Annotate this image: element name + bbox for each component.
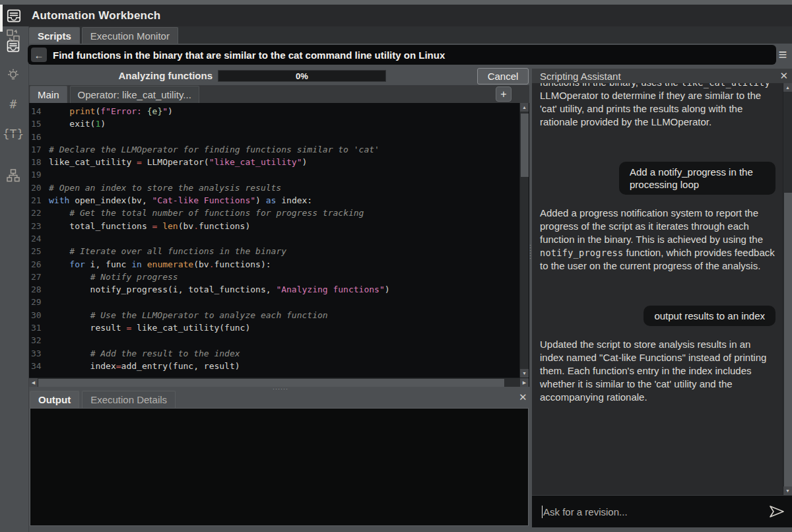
send-icon[interactable] [768,504,785,519]
chat-input-bar [532,495,792,527]
line-number: 14 [29,105,44,117]
code-text: # Declare the LLMOperator for finding fu… [44,143,380,156]
hash-icon[interactable]: # [4,94,22,113]
line-number: 25 [29,245,44,257]
code-line: 15 exit(1) [29,117,519,130]
code-area[interactable]: 14 print(f"Error: {e}")15 exit(1)1617# D… [29,103,519,378]
prompt-bar[interactable]: ← Find functions in the binary that are … [28,45,776,65]
code-text: like_cat_utility = LLMOperator("like_cat… [44,156,307,168]
scroll-down-button[interactable]: ▼ [520,369,529,378]
code-line: 20# Open an index to store the analysis … [29,182,519,194]
back-arrow-icon[interactable]: ← [31,48,47,62]
window-top-strip [0,0,792,5]
line-number: 32 [29,334,44,347]
tab-output[interactable]: Output [30,391,79,408]
hamburger-menu-icon[interactable]: ≡ [776,47,790,63]
swap-boxes-icon[interactable] [4,26,22,45]
scroll-right-button[interactable]: ▶ [520,378,529,387]
tab-execution-details[interactable]: Execution Details [82,391,176,408]
close-icon[interactable]: ✕ [519,391,527,403]
code-line: 30 # Use the LLMOperator to analyze each… [29,309,519,321]
line-number: 33 [29,347,44,360]
line-number: 31 [29,321,44,334]
line-number: 20 [29,182,44,194]
scripting-assistant-panel: Scripting Assistant ✕ functions in the b… [532,69,792,532]
assistant-message: Added a progress notification system to … [540,207,776,273]
cancel-button[interactable]: Cancel [477,68,529,84]
code-text [44,131,49,143]
app-title: Automation Workbench [32,9,160,22]
code-line: 18like_cat_utility = LLMOperator("like_c… [29,156,519,168]
code-line: 22 # Get the total number of functions f… [29,207,519,219]
chat-scroll-thumb[interactable] [784,193,792,486]
code-text: exit(1) [44,117,106,130]
code-line: 25 # Iterate over all functions in the b… [29,245,519,257]
code-text: notify_progress(i, total_functions, "Ana… [44,283,390,296]
code-line: 19 [29,168,519,181]
progress-label: Analyzing functions [106,70,213,81]
assistant-header: Scripting Assistant ✕ [532,69,792,83]
progress-percent: 0% [296,71,308,81]
prompt-text: Find functions in the binary that are si… [53,50,445,61]
close-icon[interactable]: ✕ [779,70,788,82]
code-text: # Open an index to store the analysis re… [44,182,281,194]
chat-scrollbar[interactable]: ▲ ▼ [783,83,792,495]
line-number: 30 [29,309,44,321]
code-line: 16 [29,131,519,143]
add-tab-button[interactable]: + [496,86,512,102]
code-line: 23 total_functions = len(bv.functions) [29,220,519,232]
editor-tab-bar: Main Operator: like_cat_utility... + [29,85,529,103]
code-text: # Add the result to the index [44,347,240,360]
code-line: 21with open_index(bv, "Cat-like Function… [29,194,519,207]
code-line: 31 result = like_cat_utility(func) [29,321,519,334]
code-text: # Notify progress [44,271,178,283]
scroll-left-button[interactable]: ◀ [29,378,38,387]
sidebar: #{T} [0,26,29,532]
progress-bar: 0% [218,70,386,82]
code-text: # Get the total number of functions for … [44,207,364,219]
editor-vscrollbar[interactable]: ▲ ▼ [519,103,529,378]
main-tab-bar: Scripts Execution Monitor [29,26,792,44]
panel-bottom-strip [532,527,792,532]
chat-area: functions in the binary, uses the like_c… [532,83,792,495]
code-text: print(f"Error: {e}") [44,105,173,117]
code-line: 14 print(f"Error: {e}") [29,105,519,117]
user-message-bubble: Add a notify_progress in the processing … [619,162,776,195]
line-number: 24 [29,232,44,245]
code-line: 34 index=add_entry(func, result) [29,360,519,372]
editor-tab-operator[interactable]: Operator: like_cat_utility... [70,86,199,103]
code-line: 27 # Notify progress [29,271,519,283]
code-line: 29 [29,296,519,308]
code-text: # Iterate over all functions in the bina… [44,245,286,257]
scroll-up-button[interactable]: ▲ [520,103,529,112]
code-text [44,334,49,347]
line-number: 18 [29,156,44,168]
line-number: 19 [29,168,44,181]
tab-scripts[interactable]: Scripts [29,27,80,44]
automation-workbench-window: Automation Workbench #{T} Scripts Execut… [0,0,792,532]
code-text: index=add_entry(func, result) [44,360,240,372]
chat-messages: functions in the binary, uses the like_c… [532,83,783,495]
lightbulb-icon[interactable] [4,66,22,84]
editor-tab-main[interactable]: Main [30,86,67,103]
sidebar-active-indicator [0,5,3,32]
revision-input[interactable] [543,504,754,519]
code-text [44,168,49,181]
line-number: 28 [29,283,44,296]
vscroll-thumb[interactable] [521,114,529,177]
tab-execution-monitor[interactable]: Execution Monitor [82,27,178,44]
archive-box-icon [5,7,22,24]
code-editor: 14 print(f"Error: {e}")15 exit(1)1617# D… [29,103,529,387]
scroll-down-button[interactable]: ▼ [783,486,792,495]
line-number: 34 [29,360,44,372]
line-number: 29 [29,296,44,308]
user-message-bubble: output results to an index [644,306,776,326]
code-text: # Use the LLMOperator to analyze each fu… [44,309,328,321]
scroll-up-button[interactable]: ▲ [783,83,792,92]
line-number: 27 [29,271,44,283]
inline-code: notify_progress [540,248,623,258]
code-text: with open_index(bv, "Cat-like Functions"… [44,194,312,207]
code-text [44,232,49,245]
code-line: 17# Declare the LLMOperator for finding … [29,143,519,156]
hierarchy-icon[interactable] [4,166,22,185]
